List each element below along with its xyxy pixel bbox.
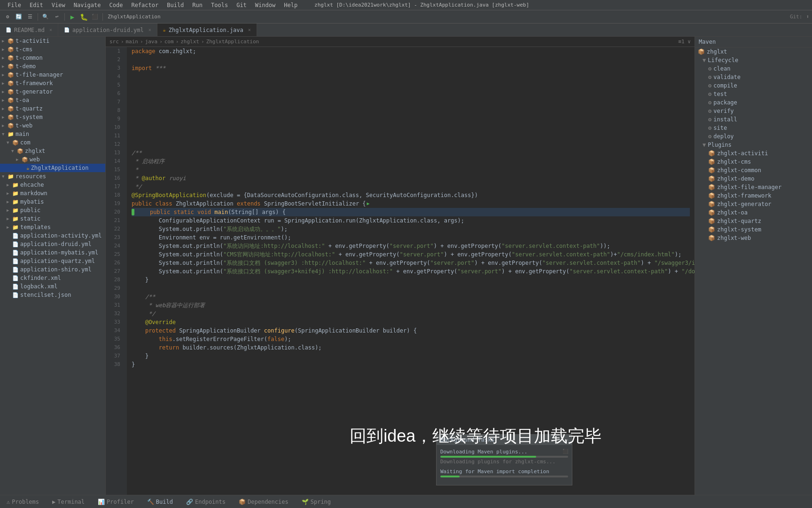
maven-compile[interactable]: ⚙ compile bbox=[695, 81, 812, 90]
git-icon[interactable]: ⬆ bbox=[806, 14, 809, 20]
maven-package[interactable]: ⚙ package bbox=[695, 98, 812, 107]
sidebar-item-appdruid[interactable]: ▶ 📄 application-druid.yml bbox=[0, 240, 105, 248]
sidebar-item-demo[interactable]: ▶ 📦 t-demo bbox=[0, 62, 105, 71]
sidebar-item-appquartz[interactable]: ▶ 📄 application-quartz.yml bbox=[0, 257, 105, 265]
sidebar-item-resources[interactable]: ▼ 📁 resources bbox=[0, 172, 105, 181]
sidebar-item-zhglxt[interactable]: ▼ 📦 zhglxt bbox=[0, 147, 105, 155]
tab-appdruid[interactable]: 📄 application-druid.yml × bbox=[58, 24, 157, 36]
code-line-8 bbox=[132, 106, 690, 115]
maven-zhglxt-filemanager[interactable]: 📦 zhglxt-file-manager bbox=[695, 183, 812, 191]
layout-icon[interactable]: ☰ bbox=[25, 12, 35, 22]
tab-readme-close[interactable]: × bbox=[49, 27, 52, 32]
maven-zhglxt-cms[interactable]: 📦 zhglxt-cms bbox=[695, 158, 812, 166]
sidebar-item-static[interactable]: ▶ 📁 static bbox=[0, 214, 105, 223]
maven-zhglxt-web[interactable]: 📦 zhglxt-web bbox=[695, 234, 812, 242]
search-icon[interactable]: 🔍 bbox=[41, 12, 50, 22]
arrow-cms: ▶ bbox=[2, 47, 7, 52]
arrow-oa: ▶ bbox=[2, 98, 7, 103]
sidebar-label-cms: t-cms bbox=[16, 46, 32, 53]
menu-item-window[interactable]: Window bbox=[251, 1, 279, 9]
sidebar-item-ckfinder[interactable]: ▶ 📄 ckfinder.xml bbox=[0, 274, 105, 282]
tab-readme[interactable]: 📄 README.md × bbox=[0, 24, 58, 36]
sidebar-item-ehcache[interactable]: ▶ 📁 ehcache bbox=[0, 181, 105, 189]
stop-button[interactable]: ⬛ bbox=[90, 12, 100, 22]
maven-validate[interactable]: ⚙ validate bbox=[695, 73, 812, 81]
sidebar-item-logback[interactable]: ▶ 📄 logback.xml bbox=[0, 282, 105, 291]
sidebar-item-appactivity[interactable]: ▶ 📄 application-activity.yml bbox=[0, 231, 105, 240]
maven-zhglxt-quartz[interactable]: 📦 zhglxt-quartz bbox=[695, 217, 812, 225]
sidebar-item-system[interactable]: ▶ 📦 t-system bbox=[0, 113, 105, 121]
menu-item-code[interactable]: Code bbox=[106, 1, 127, 9]
sidebar-item-quartz[interactable]: ▶ 📦 t-quartz bbox=[0, 104, 105, 113]
maven-zhglxt-demo[interactable]: 📦 zhglxt-demo bbox=[695, 175, 812, 183]
menu-item-run[interactable]: Run bbox=[188, 1, 206, 9]
task-stop-1[interactable]: ⬛ bbox=[562, 449, 568, 454]
site-icon: ⚙ bbox=[708, 125, 711, 131]
sidebar-item-appmybatis[interactable]: ▶ 📄 application-mybatis.yml bbox=[0, 248, 105, 257]
bottom-tab-profiler[interactable]: 📊 Profiler bbox=[95, 497, 137, 507]
clean-icon: ⚙ bbox=[708, 65, 711, 72]
menu-item-help[interactable]: Help bbox=[280, 1, 301, 9]
maven-root[interactable]: 📦 zhglxt bbox=[695, 48, 812, 56]
menu-item-file[interactable]: File bbox=[4, 1, 25, 9]
maven-test[interactable]: ⚙ test bbox=[695, 90, 812, 98]
bottom-tab-dependencies[interactable]: 📦 Dependencies bbox=[236, 497, 291, 507]
maven-clean[interactable]: ⚙ clean bbox=[695, 64, 812, 73]
menu-item-edit[interactable]: Edit bbox=[26, 1, 47, 9]
menu-item-navigate[interactable]: Navigate bbox=[70, 1, 105, 9]
sidebar-item-common[interactable]: ▶ 📦 t-common bbox=[0, 54, 105, 62]
sidebar-item-activiti[interactable]: ▶ 📦 t-activiti bbox=[0, 37, 105, 45]
sidebar-item-public[interactable]: ▶ 📁 public bbox=[0, 206, 105, 214]
sidebar-item-oa[interactable]: ▶ 📦 t-oa bbox=[0, 96, 105, 104]
sidebar-item-main[interactable]: ▼ 📁 main bbox=[0, 130, 105, 138]
maven-zhglxt-activiti[interactable]: 📦 zhglxt-activiti bbox=[695, 149, 812, 158]
sidebar-item-com[interactable]: ▼ 📦 com bbox=[0, 138, 105, 147]
sidebar-item-appshiro[interactable]: ▶ 📄 application-shiro.yml bbox=[0, 265, 105, 274]
maven-lifecycle[interactable]: ▼ Lifecycle bbox=[695, 56, 812, 64]
menu-item-tools[interactable]: Tools bbox=[207, 1, 232, 9]
maven-site[interactable]: ⚙ site bbox=[695, 124, 812, 132]
sidebar-item-templates[interactable]: ▶ 📁 templates bbox=[0, 223, 105, 231]
sidebar-item-webpkg[interactable]: ▶ 📦 web bbox=[0, 155, 105, 164]
menu-item-view[interactable]: View bbox=[48, 1, 69, 9]
maven-verify[interactable]: ⚙ verify bbox=[695, 107, 812, 115]
maven-zhglxt-common[interactable]: 📦 zhglxt-common bbox=[695, 166, 812, 175]
undo-icon[interactable]: ↩ bbox=[52, 12, 62, 22]
sidebar-item-filemanager[interactable]: ▶ 📦 t-file-manager bbox=[0, 71, 105, 79]
pkg-icon-com: 📦 bbox=[12, 140, 19, 146]
maven-zhglxt-generator[interactable]: 📦 zhglxt-generator bbox=[695, 200, 812, 208]
sidebar-item-generator[interactable]: ▶ 📦 t-generator bbox=[0, 87, 105, 96]
debug-button[interactable]: 🐛 bbox=[79, 12, 88, 22]
maven-install[interactable]: ⚙ install bbox=[695, 115, 812, 124]
sidebar-item-web[interactable]: ▶ 📦 t-web bbox=[0, 121, 105, 130]
bottom-tab-problems[interactable]: ⚠ Problems bbox=[4, 497, 42, 507]
sidebar-item-framework[interactable]: ▶ 📦 t-framework bbox=[0, 79, 105, 87]
sidebar-item-mybatis[interactable]: ▶ 📁 mybatis bbox=[0, 198, 105, 206]
tab-zhglxtapp[interactable]: ☕ ZhglxtApplication.java × bbox=[157, 24, 257, 36]
menu-item-git[interactable]: Git bbox=[233, 1, 250, 9]
test-label: test bbox=[713, 91, 727, 97]
sidebar-item-stencilset[interactable]: ▶ 📄 stencilset.json bbox=[0, 291, 105, 299]
maven-deploy[interactable]: ⚙ deploy bbox=[695, 132, 812, 141]
tab-zhglxtapp-label: ZhglxtApplication.java bbox=[169, 27, 243, 33]
run-button[interactable]: ▶ bbox=[68, 12, 77, 22]
menu-item-build[interactable]: Build bbox=[163, 1, 187, 9]
arrow-resources: ▼ bbox=[2, 174, 7, 179]
maven-zhglxt-oa[interactable]: 📦 zhglxt-oa bbox=[695, 208, 812, 217]
arrow-ehcache: ▶ bbox=[7, 183, 11, 187]
bottom-tab-build[interactable]: 🔨 Build bbox=[144, 497, 176, 507]
sync-icon[interactable]: 🔄 bbox=[14, 12, 23, 22]
sidebar-item-zhglxtapp[interactable]: ▶ ☕ ZhglxtApplication bbox=[0, 164, 105, 172]
settings-icon[interactable]: ⚙ bbox=[3, 12, 12, 22]
maven-zhglxt-framework[interactable]: 📦 zhglxt-framework bbox=[695, 191, 812, 200]
bottom-tab-spring[interactable]: 🌱 Spring bbox=[299, 497, 334, 507]
bottom-tab-endpoints[interactable]: 🔗 Endpoints bbox=[183, 497, 228, 507]
sidebar-item-cms[interactable]: ▶ 📦 t-cms bbox=[0, 45, 105, 54]
maven-zhglxt-system[interactable]: 📦 zhglxt-system bbox=[695, 225, 812, 234]
sidebar-item-markdown[interactable]: ▶ 📁 markdown bbox=[0, 189, 105, 198]
tab-zhglxtapp-close[interactable]: × bbox=[248, 27, 251, 32]
maven-plugins[interactable]: ▼ Plugins bbox=[695, 141, 812, 149]
menu-item-refactor[interactable]: Refactor bbox=[127, 1, 162, 9]
tab-appdruid-close[interactable]: × bbox=[148, 27, 151, 32]
bottom-tab-terminal[interactable]: ▶ Terminal bbox=[49, 497, 87, 507]
